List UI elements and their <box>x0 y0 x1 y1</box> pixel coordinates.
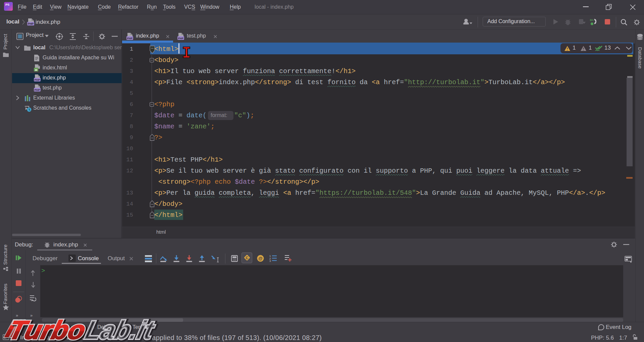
svg-text:PHP: PHP <box>127 37 133 40</box>
svg-text:PHP: PHP <box>35 78 40 81</box>
svg-text:Lab.it: Lab.it <box>83 315 158 342</box>
svg-text:H: H <box>35 68 37 72</box>
svg-text:C: C <box>246 256 249 260</box>
svg-text:PHP: PHP <box>35 89 40 92</box>
svg-text:Turbo: Turbo <box>6 315 89 342</box>
svg-text:PHP: PHP <box>28 22 34 25</box>
svg-text:3: 3 <box>269 260 271 262</box>
svg-text:PS: PS <box>5 3 9 6</box>
svg-text:@: @ <box>258 256 263 261</box>
svg-text:PHP: PHP <box>178 37 184 40</box>
